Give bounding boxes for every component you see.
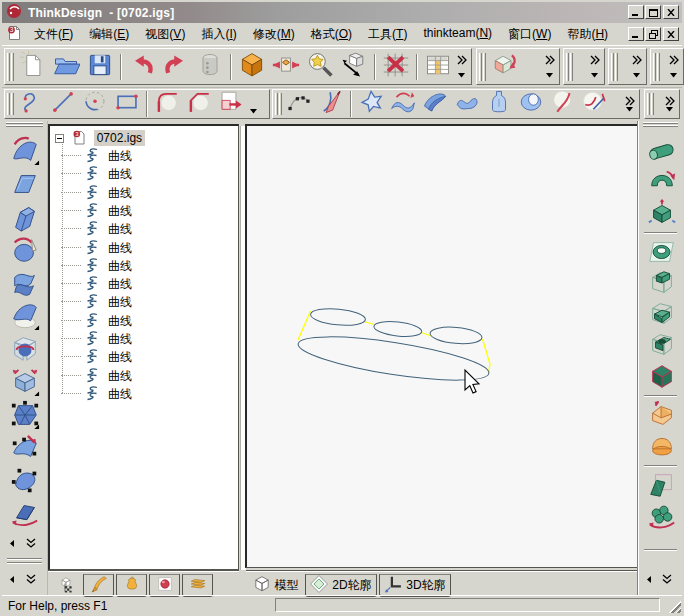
toolbar-grip[interactable] xyxy=(570,53,573,81)
cube-arrows-button[interactable] xyxy=(8,368,42,400)
toolbar-grip[interactable] xyxy=(657,53,660,81)
dome-block-button[interactable] xyxy=(645,432,679,464)
toolbar-grip[interactable] xyxy=(615,53,618,81)
region-arrow-button[interactable] xyxy=(215,90,247,118)
toolbar-grip[interactable] xyxy=(11,53,14,81)
toolbar-overflow-button[interactable] xyxy=(666,52,681,81)
toolbar-grip[interactable] xyxy=(566,53,569,81)
toolbar-overflow-button[interactable] xyxy=(454,52,469,81)
view-tab-1[interactable]: 2D轮廓 xyxy=(305,574,377,597)
view-tab-2[interactable]: 3D轮廓 xyxy=(379,574,451,597)
block-hole-button[interactable] xyxy=(645,331,679,363)
solid-block-button[interactable] xyxy=(645,362,679,394)
surface-wing-button[interactable] xyxy=(419,90,451,118)
toolbar-grip[interactable] xyxy=(479,53,482,81)
wave-surface-button[interactable] xyxy=(451,90,483,118)
tube-solid-button[interactable] xyxy=(645,137,679,169)
toolbar-overflow-button[interactable] xyxy=(662,93,677,115)
box-arrow-button[interactable] xyxy=(645,401,679,433)
surface-offset-button[interactable] xyxy=(8,302,42,334)
revolve-surface-button[interactable] xyxy=(8,236,42,268)
dropdown-arrow[interactable] xyxy=(247,90,259,118)
ring-block-button[interactable] xyxy=(645,238,679,270)
star-blob-button[interactable] xyxy=(355,90,387,118)
cube-arrow-button[interactable] xyxy=(337,50,371,84)
wave-arrow-button[interactable] xyxy=(387,90,419,118)
toolbar-overflow-button[interactable] xyxy=(587,52,602,81)
surface-patch-button[interactable] xyxy=(8,137,42,169)
menu-item-0[interactable]: 文件(F) xyxy=(26,23,81,46)
line-button[interactable] xyxy=(47,90,79,118)
panel-tab-ball[interactable] xyxy=(149,574,180,597)
pencil-curve-button[interactable] xyxy=(315,90,347,118)
toolbar-overflow-button[interactable] xyxy=(629,52,644,81)
mdi-close-button[interactable] xyxy=(663,27,679,41)
menu-item-7[interactable]: thinkteam(N) xyxy=(415,23,500,46)
zoom-star-button[interactable] xyxy=(303,50,337,84)
toolbar-grip[interactable] xyxy=(651,93,654,115)
panel-tab-model-flag[interactable] xyxy=(50,574,81,597)
swap-view-button[interactable] xyxy=(269,50,303,84)
menu-item-4[interactable]: 修改(M) xyxy=(245,23,303,46)
toolbar-grip[interactable] xyxy=(7,53,10,81)
toolbar-grip[interactable] xyxy=(611,53,614,81)
planar-surface-button[interactable] xyxy=(8,170,42,202)
open-file-button[interactable] xyxy=(49,50,83,84)
mdi-minimize-button[interactable] xyxy=(628,27,644,41)
panel-tab-bag[interactable] xyxy=(116,574,147,597)
block-notch-b-button[interactable] xyxy=(645,300,679,332)
menu-item-1[interactable]: 编辑(E) xyxy=(81,23,137,46)
toolbar-grip[interactable] xyxy=(275,93,278,115)
toolbar-grip[interactable] xyxy=(653,53,656,81)
toolbar-overflow-button[interactable] xyxy=(622,93,637,115)
toolbar-grip[interactable] xyxy=(483,53,486,81)
mdi-restore-button[interactable] xyxy=(645,27,661,41)
rectangle-button[interactable] xyxy=(111,90,143,118)
save-file-button[interactable] xyxy=(83,50,117,84)
right-toolbar-scroll-left-button[interactable] xyxy=(642,573,656,585)
toolbar-grip[interactable] xyxy=(279,93,282,115)
toolbar2-scroll-left-button[interactable] xyxy=(5,573,19,585)
menu-item-8[interactable]: 窗口(W) xyxy=(500,23,559,46)
tree-expander[interactable] xyxy=(55,134,64,143)
menu-item-9[interactable]: 帮助(H) xyxy=(559,23,616,46)
sphere-cube-button[interactable] xyxy=(8,335,42,367)
minimize-button[interactable] xyxy=(628,5,644,19)
cube-axes-button[interactable] xyxy=(645,199,679,231)
panel-tab-stack[interactable] xyxy=(182,574,213,597)
spline-button[interactable] xyxy=(15,90,47,118)
tree-root-label[interactable]: 0702.igs xyxy=(94,130,145,146)
grid-delete-button[interactable] xyxy=(379,50,413,84)
new-file-button[interactable] xyxy=(15,50,49,84)
menu-item-5[interactable]: 格式(O) xyxy=(303,23,360,46)
toolbar2-scroll-more-button[interactable] xyxy=(24,573,38,585)
close-button[interactable] xyxy=(663,5,679,19)
torus-arrow-button[interactable] xyxy=(645,168,679,200)
point-curve-button[interactable] xyxy=(283,90,315,118)
loft-surface-button[interactable] xyxy=(8,269,42,301)
resize-grip[interactable] xyxy=(668,600,681,613)
surface-split-button[interactable] xyxy=(8,500,42,532)
trim-curves-button[interactable] xyxy=(579,90,611,118)
undo-button[interactable] xyxy=(125,50,159,84)
toolbar-grip[interactable] xyxy=(7,93,10,115)
panel-tab-pen[interactable] xyxy=(83,574,114,597)
circle-button[interactable] xyxy=(79,90,111,118)
mesh-points-button[interactable] xyxy=(8,401,42,433)
menu-item-2[interactable]: 视图(V) xyxy=(137,23,193,46)
redo-button[interactable] xyxy=(159,50,193,84)
fillet-button[interactable] xyxy=(151,90,183,118)
right-toolbar-scroll-more-button[interactable] xyxy=(660,573,674,585)
tree-root-row[interactable]: 3 0702.igs xyxy=(55,129,145,148)
menu-item-6[interactable]: 工具(T) xyxy=(360,23,415,46)
cube-rotate-button[interactable] xyxy=(487,50,521,84)
torus-button[interactable] xyxy=(515,90,547,118)
table-button[interactable] xyxy=(421,50,455,84)
menu-item-3[interactable]: 插入(I) xyxy=(193,23,244,46)
toolbar-grip[interactable] xyxy=(11,93,14,115)
maximize-button[interactable] xyxy=(645,5,661,19)
toolbar-scroll-more-button[interactable] xyxy=(24,537,38,549)
block-notch-a-button[interactable] xyxy=(645,269,679,301)
view-tab-0[interactable]: 模型 xyxy=(248,574,303,597)
sphere-cluster-button[interactable] xyxy=(645,502,679,534)
